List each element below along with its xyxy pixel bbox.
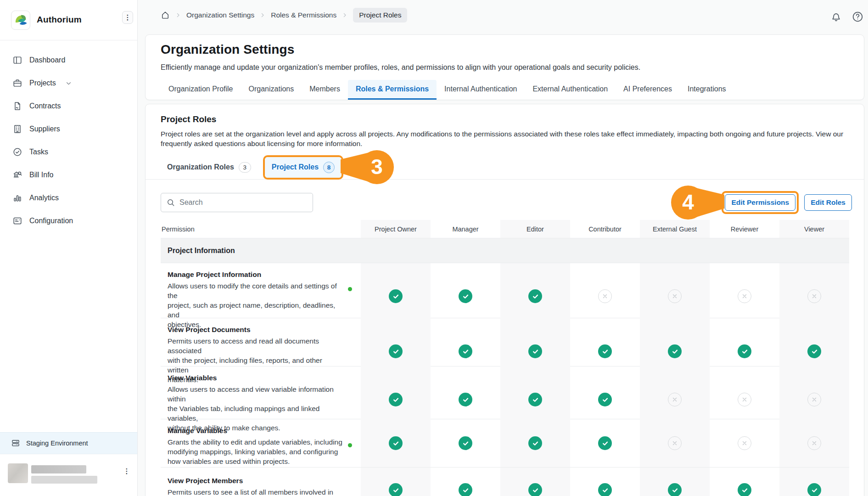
project-roles-count-badge: 8 — [323, 162, 335, 173]
annotation-highlight-box-3: Project Roles 8 3 — [263, 155, 343, 180]
sidebar-item-label: Dashboard — [29, 56, 65, 64]
search-icon — [166, 198, 175, 207]
breadcrumb-link-organization-settings[interactable]: Organization Settings — [186, 11, 254, 19]
search-input[interactable] — [161, 193, 313, 212]
permission-description: Permits users to see a list of all membe… — [168, 487, 342, 496]
tab-roles-permissions[interactable]: Roles & Permissions — [348, 80, 437, 100]
granted-check-icon — [528, 344, 542, 358]
permission-cell: Manage VariablesGrants the ability to ed… — [161, 419, 361, 467]
sidebar-item-label: Configuration — [29, 217, 73, 225]
breadcrumb: Organization SettingsRoles & Permissions… — [161, 0, 407, 30]
breadcrumb-current: Project Roles — [353, 8, 407, 23]
status-cell-contributor — [570, 419, 640, 467]
building-icon — [12, 124, 22, 134]
permissions-table: Permission Project OwnerManagerEditorCon… — [161, 220, 849, 496]
status-cell-reviewer — [710, 419, 779, 467]
notifications-bell-icon[interactable] — [830, 11, 842, 23]
briefcase-icon — [12, 78, 22, 88]
sidebar-item-label: Contracts — [29, 102, 61, 110]
status-cell-viewer — [779, 419, 849, 467]
green-dot-indicator — [348, 443, 352, 447]
chevron-down-icon — [65, 79, 73, 87]
page-title: Organization Settings — [161, 42, 294, 57]
sidebar-item-tasks[interactable]: Tasks — [0, 141, 137, 163]
sidebar-kebab-menu-icon[interactable]: ⋮ — [122, 11, 133, 24]
sidebar-item-suppliers[interactable]: Suppliers — [0, 118, 137, 141]
tab-ai-preferences[interactable]: AI Preferences — [616, 80, 680, 100]
edit-permissions-button[interactable]: Edit Permissions — [725, 194, 795, 211]
page-subtitle: Efficiently manage and update your organ… — [161, 63, 640, 72]
sidebar-item-projects[interactable]: Projects — [0, 72, 137, 95]
status-cell-external-guest — [640, 419, 710, 467]
edit-roles-button[interactable]: Edit Roles — [804, 194, 852, 211]
annotation-highlight-box-4: Edit Permissions 4 — [722, 191, 799, 214]
granted-check-icon — [738, 483, 751, 496]
bar-chart-icon — [12, 193, 22, 203]
subtab-project-roles[interactable]: Project Roles 8 — [265, 157, 342, 178]
subtab-organization-roles[interactable]: Organization Roles 3 — [161, 155, 258, 180]
permission-description: Grants the ability to edit and update va… — [168, 437, 342, 466]
sidebar-item-analytics[interactable]: Analytics — [0, 186, 137, 209]
annotation-step-3: 3 — [341, 149, 395, 185]
task-check-icon — [12, 147, 22, 157]
table-row-view-variables: View VariablesAllows users to access and… — [161, 366, 849, 419]
granted-check-icon — [668, 483, 682, 496]
column-header-project-owner: Project Owner — [361, 220, 431, 238]
status-cell-project-owner — [361, 419, 431, 467]
granted-check-icon — [459, 289, 472, 303]
tab-organization-profile[interactable]: Organization Profile — [161, 80, 241, 100]
column-header-external-guest: External Guest — [640, 220, 710, 238]
server-icon — [11, 439, 20, 448]
denied-x-icon — [807, 436, 821, 450]
config-card-icon — [12, 216, 22, 226]
granted-check-icon — [528, 483, 542, 496]
tab-external-authentication[interactable]: External Authentication — [525, 80, 616, 100]
brand-name: Authorium — [37, 15, 82, 25]
sidebar-nav: DashboardProjectsContractsSuppliersTasks… — [0, 40, 137, 232]
granted-check-icon — [459, 344, 472, 358]
bank-search-icon — [12, 170, 22, 180]
contract-icon — [12, 101, 22, 111]
user-name-redacted — [31, 465, 86, 473]
settings-tabs: Organization ProfileOrganizationsMembers… — [161, 80, 734, 100]
tab-integrations[interactable]: Integrations — [680, 80, 734, 100]
sidebar-item-contracts[interactable]: Contracts — [0, 95, 137, 118]
granted-check-icon — [598, 344, 612, 358]
tab-members[interactable]: Members — [302, 80, 348, 100]
roles-subtabs: Organization Roles 3 Project Roles 8 3 — [146, 155, 864, 180]
table-header-row: Permission Project OwnerManagerEditorCon… — [161, 220, 849, 238]
chevron-right-icon — [174, 11, 182, 19]
avatar[interactable] — [8, 463, 28, 483]
status-cell-editor — [500, 419, 570, 467]
svg-text:3: 3 — [371, 155, 383, 179]
granted-check-icon — [528, 436, 542, 450]
granted-check-icon — [389, 344, 403, 358]
table-row-manage-variables: Manage VariablesGrants the ability to ed… — [161, 419, 849, 468]
sidebar-item-label: Tasks — [29, 148, 48, 156]
column-header-viewer: Viewer — [779, 220, 849, 238]
tab-internal-authentication[interactable]: Internal Authentication — [437, 80, 525, 100]
sidebar-item-configuration[interactable]: Configuration — [0, 209, 137, 232]
dashboard-icon — [12, 55, 22, 65]
status-cell-viewer — [779, 468, 849, 496]
granted-check-icon — [459, 483, 472, 496]
authorium-logo-icon — [11, 11, 30, 30]
granted-check-icon — [668, 344, 682, 358]
environment-switcher[interactable]: Staging Environment — [0, 432, 137, 454]
granted-check-icon — [389, 483, 403, 496]
sidebar-header: Authorium ⋮ — [0, 0, 137, 40]
help-icon[interactable] — [851, 11, 864, 23]
permission-name: View Variables — [168, 374, 342, 382]
tab-organizations[interactable]: Organizations — [241, 80, 302, 100]
section-title: Project Roles — [161, 114, 216, 124]
annotation-step-4: 4 — [670, 185, 724, 220]
breadcrumb-link-roles-permissions[interactable]: Roles & Permissions — [271, 11, 336, 19]
sidebar-item-bill-info[interactable]: Bill Info — [0, 163, 137, 186]
user-kebab-menu-icon[interactable]: ⋮ — [121, 465, 132, 478]
home-icon[interactable] — [161, 11, 170, 20]
denied-x-icon — [738, 393, 751, 406]
table-toolbar: Edit Permissions 4 Edit Roles — [161, 190, 852, 215]
granted-check-icon — [598, 483, 612, 496]
sidebar-item-dashboard[interactable]: Dashboard — [0, 49, 137, 72]
status-cell-project-owner — [361, 468, 431, 496]
